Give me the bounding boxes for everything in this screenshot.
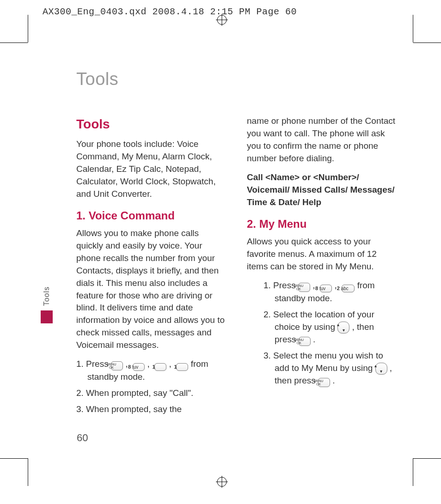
print-slug: AX300_Eng_0403.qxd 2008.4.18 2:15 PM Pag… (43, 6, 297, 17)
crop-mark (0, 43, 28, 43)
menu-ok-key-icon: MENUOK (299, 337, 311, 346)
column-left: Tools Your phone tools include: Voice Co… (76, 115, 227, 419)
page-title: Tools (76, 69, 400, 89)
registration-mark-icon (216, 476, 228, 488)
key-1-icon: 1 (176, 363, 188, 371)
crop-mark (0, 458, 28, 459)
voice-command-body: Allows you to make phone calls quickly a… (76, 227, 227, 352)
my-menu-body: Allows you quick access to your favorite… (247, 236, 397, 273)
page-number: 60 (77, 432, 88, 444)
tools-intro: Your phone tools include: Voice Command,… (76, 138, 227, 200)
mymenu-step-2: 2. Select the location of your choice by… (263, 309, 397, 346)
nav-key-icon: ▴▾ (375, 363, 387, 375)
menu-ok-key-icon: MENUOK (318, 378, 330, 387)
side-tab: Tools (41, 286, 54, 323)
crop-mark (28, 15, 28, 43)
nav-key-icon: ▴▾ (337, 322, 349, 334)
crop-mark (413, 458, 413, 486)
key-8-icon: 8 tuv (133, 363, 145, 371)
crop-mark (413, 458, 441, 459)
voice-commands-list: Call <Name> or <Number>/ Voicemail/ Miss… (247, 171, 397, 209)
column-right: name or phone number of the Contact you … (247, 115, 397, 419)
registration-mark-icon (216, 14, 228, 26)
mymenu-step-3: 3. Select the menu you wish to add to My… (263, 350, 397, 387)
crop-mark (413, 15, 413, 43)
menu-ok-key-icon: MENUOK (298, 283, 310, 292)
mymenu-step-1: 1. Press MENUOK , 8 tuv , 2 abc from sta… (263, 279, 397, 305)
key-2-icon: 2 abc (342, 285, 355, 292)
voice-step-3: 3. When prompted, say the (76, 403, 227, 416)
side-tab-label: Tools (43, 286, 51, 306)
crop-mark (413, 43, 441, 43)
heading-voice-command: 1. Voice Command (76, 208, 227, 224)
voice-step-1: 1. Press MENUOK , 8 tuv , 1 , 1 from sta… (76, 358, 227, 383)
heading-my-menu: 2. My Menu (247, 216, 397, 232)
crop-mark (28, 458, 28, 486)
key-8-icon: 8 tuv (320, 285, 332, 292)
key-1-icon: 1 (154, 363, 166, 371)
heading-tools: Tools (76, 115, 227, 134)
side-tab-bar (41, 310, 53, 323)
voice-step-3-cont: name or phone number of the Contact you … (247, 115, 397, 165)
voice-step-2: 2. When prompted, say "Call". (76, 387, 227, 400)
menu-ok-key-icon: MENUOK (111, 361, 123, 370)
